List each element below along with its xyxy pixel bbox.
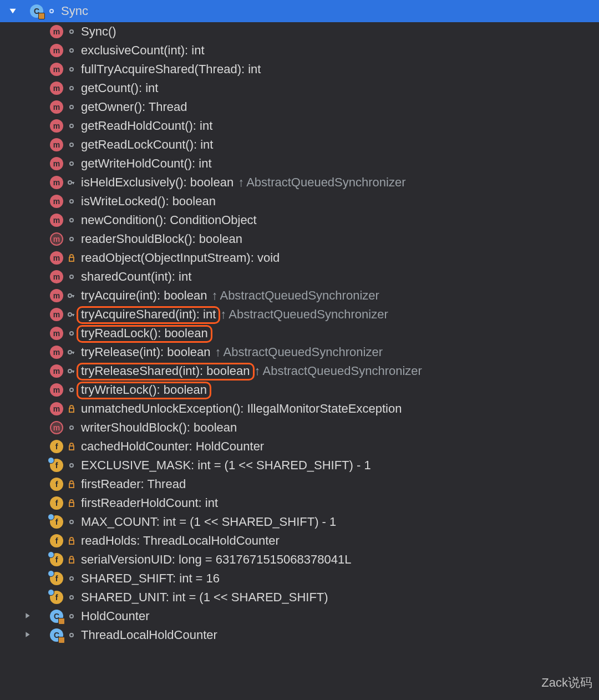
package-private-icon <box>68 47 75 54</box>
member-row[interactable]: mgetOwner(): Thread <box>0 98 599 116</box>
method-icon: m <box>50 308 63 321</box>
member-row[interactable]: ffirstReader: Thread <box>0 475 599 494</box>
expand-arrow-icon[interactable] <box>24 631 32 639</box>
member-label: Sync() <box>81 24 116 39</box>
member-label: sharedCount(int): int <box>81 270 191 284</box>
field-icon: f <box>50 572 63 585</box>
member-label: isHeldExclusively(): boolean <box>81 175 233 190</box>
inner-class-label: HoldCounter <box>81 609 150 623</box>
member-label: SHARED_UNIT: int = (1 << SHARED_SHIFT) <box>81 590 328 605</box>
member-label: tryReleaseShared(int): boolean <box>81 364 250 378</box>
inner-class-label: ThreadLocalHoldCounter <box>81 628 217 642</box>
inner-classes-list: CHoldCounterCThreadLocalHoldCounter <box>0 607 599 645</box>
visibility-icon <box>48 7 55 15</box>
lock-icon <box>68 254 75 262</box>
field-icon: f <box>50 459 63 472</box>
member-row[interactable]: mreaderShouldBlock(): boolean <box>0 230 599 248</box>
package-private-icon <box>68 594 75 601</box>
member-row[interactable]: mreadObject(ObjectInputStream): void <box>0 248 599 267</box>
member-row[interactable]: fEXCLUSIVE_MASK: int = (1 << SHARED_SHIF… <box>0 456 599 475</box>
protected-key-icon <box>68 367 75 375</box>
member-row[interactable]: mgetReadLockCount(): int <box>0 135 599 154</box>
member-label: getCount(): int <box>81 81 158 95</box>
protected-key-icon <box>68 348 75 356</box>
member-label: getReadLockCount(): int <box>81 138 213 152</box>
member-row[interactable]: ffirstReaderHoldCount: int <box>0 494 599 513</box>
override-arrow-icon: ↑ <box>220 307 226 322</box>
method-icon: m <box>50 402 63 415</box>
member-row[interactable]: freadHolds: ThreadLocalHoldCounter <box>0 531 599 550</box>
package-private-icon <box>68 329 75 337</box>
method-icon: m <box>50 364 63 378</box>
member-label: unmatchedUnlockException(): IllegalMonit… <box>81 402 402 416</box>
method-icon: m <box>50 157 63 170</box>
member-label: firstReader: Thread <box>81 477 186 491</box>
member-row[interactable]: mtryAcquireShared(int): int↑AbstractQueu… <box>0 305 599 324</box>
inner-class-row[interactable]: CThreadLocalHoldCounter <box>0 626 599 645</box>
member-row[interactable]: mSync() <box>0 22 599 41</box>
field-icon: f <box>50 534 63 547</box>
member-label: serialVersionUID: long = 631767151506837… <box>81 552 351 567</box>
package-private-icon <box>68 122 75 130</box>
member-row[interactable]: mtryAcquire(int): boolean↑AbstractQueued… <box>0 286 599 305</box>
package-private-icon <box>68 103 75 111</box>
field-icon: f <box>50 515 63 529</box>
member-row[interactable]: mexclusiveCount(int): int <box>0 41 599 60</box>
member-row[interactable]: munmatchedUnlockException(): IllegalMoni… <box>0 399 599 418</box>
lock-icon <box>68 499 75 507</box>
override-arrow-icon: ↑ <box>255 364 261 378</box>
member-row[interactable]: misWriteLocked(): boolean <box>0 192 599 211</box>
member-label: tryAcquire(int): boolean <box>81 288 207 303</box>
class-row-sync[interactable]: C Sync <box>0 0 599 22</box>
member-label: EXCLUSIVE_MASK: int = (1 << SHARED_SHIFT… <box>81 458 371 473</box>
override-class-label: AbstractQueuedSynchronizer <box>220 288 379 303</box>
member-row[interactable]: mnewCondition(): ConditionObject <box>0 211 599 230</box>
expand-arrow-icon[interactable] <box>9 7 17 15</box>
package-private-icon <box>68 216 75 224</box>
member-row[interactable]: fMAX_COUNT: int = (1 << SHARED_SHIFT) - … <box>0 513 599 531</box>
lock-icon <box>68 537 75 545</box>
method-icon: m <box>50 44 63 57</box>
member-row[interactable]: fSHARED_UNIT: int = (1 << SHARED_SHIFT) <box>0 588 599 607</box>
lock-icon <box>68 480 75 488</box>
member-label: getOwner(): Thread <box>81 100 187 114</box>
member-row[interactable]: mfullTryAcquireShared(Thread): int <box>0 60 599 79</box>
field-icon: f <box>50 440 63 453</box>
member-row[interactable]: mwriterShouldBlock(): boolean <box>0 418 599 437</box>
package-private-icon <box>68 141 75 149</box>
method-icon: m <box>50 232 63 246</box>
override-class-label: AbstractQueuedSynchronizer <box>229 307 388 322</box>
member-label: SHARED_SHIFT: int = 16 <box>81 571 220 586</box>
member-label: readHolds: ThreadLocalHoldCounter <box>81 534 280 548</box>
member-row[interactable]: mtryReadLock(): boolean <box>0 324 599 343</box>
package-private-icon <box>68 386 75 394</box>
member-row[interactable]: mtryReleaseShared(int): boolean↑Abstract… <box>0 362 599 381</box>
member-row[interactable]: mtryRelease(int): boolean↑AbstractQueued… <box>0 343 599 362</box>
method-icon: m <box>50 119 63 133</box>
member-row[interactable]: fSHARED_SHIFT: int = 16 <box>0 569 599 588</box>
method-icon: m <box>50 251 63 265</box>
member-row[interactable]: mtryWriteLock(): boolean <box>0 381 599 399</box>
member-label: newCondition(): ConditionObject <box>81 213 257 227</box>
member-row[interactable]: fserialVersionUID: long = 63176715150683… <box>0 550 599 569</box>
inner-class-row[interactable]: CHoldCounter <box>0 607 599 626</box>
member-row[interactable]: mgetReadHoldCount(): int <box>0 116 599 135</box>
method-icon: m <box>50 195 63 208</box>
override-class-label: AbstractQueuedSynchronizer <box>263 364 422 378</box>
expand-arrow-icon[interactable] <box>24 612 32 620</box>
member-label: firstReaderHoldCount: int <box>81 496 218 510</box>
member-label: tryAcquireShared(int): int <box>81 307 216 322</box>
members-list: mSync()mexclusiveCount(int): intmfullTry… <box>0 22 599 607</box>
member-label: fullTryAcquireShared(Thread): int <box>81 62 261 77</box>
member-row[interactable]: msharedCount(int): int <box>0 267 599 286</box>
lock-icon <box>68 405 75 413</box>
protected-key-icon <box>68 311 75 318</box>
member-row[interactable]: fcachedHoldCounter: HoldCounter <box>0 437 599 456</box>
method-icon: m <box>50 138 63 151</box>
member-row[interactable]: mgetCount(): int <box>0 79 599 98</box>
method-icon: m <box>50 63 63 76</box>
member-row[interactable]: misHeldExclusively(): boolean↑AbstractQu… <box>0 173 599 192</box>
member-label: writerShouldBlock(): boolean <box>81 420 237 435</box>
class-icon: C <box>30 4 43 18</box>
member-row[interactable]: mgetWriteHoldCount(): int <box>0 154 599 173</box>
